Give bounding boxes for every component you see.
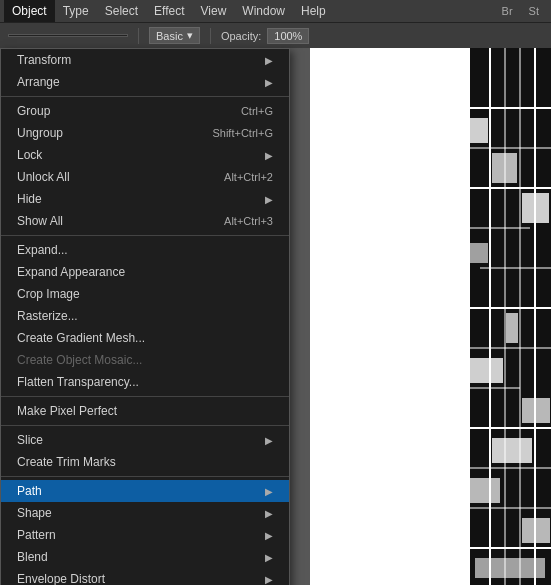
menu-item-hide[interactable]: Hide ▶ xyxy=(1,188,289,210)
divider-5 xyxy=(1,476,289,477)
arrow-icon: ▶ xyxy=(265,77,273,88)
svg-rect-20 xyxy=(470,243,488,263)
divider-2 xyxy=(1,235,289,236)
arrow-icon: ▶ xyxy=(265,574,273,585)
menu-item-expand-appearance[interactable]: Expand Appearance xyxy=(1,261,289,283)
svg-rect-24 xyxy=(492,438,532,463)
toolbar: Basic ▾ Opacity: 100% xyxy=(0,22,551,48)
svg-rect-26 xyxy=(522,518,550,543)
arrow-icon: ▶ xyxy=(265,486,273,497)
menu-item-unlock-all[interactable]: Unlock All Alt+Ctrl+2 xyxy=(1,166,289,188)
menu-item-path[interactable]: Path ▶ xyxy=(1,480,289,502)
menu-item-rasterize[interactable]: Rasterize... xyxy=(1,305,289,327)
divider-3 xyxy=(1,396,289,397)
stock-icon[interactable]: St xyxy=(521,0,547,22)
arrow-icon: ▶ xyxy=(265,55,273,66)
menu-item-blend[interactable]: Blend ▶ xyxy=(1,546,289,568)
menu-item-crop-image[interactable]: Crop Image xyxy=(1,283,289,305)
svg-rect-22 xyxy=(470,358,503,383)
menu-object[interactable]: Object xyxy=(4,0,55,22)
menu-item-envelope-distort[interactable]: Envelope Distort ▶ xyxy=(1,568,289,585)
dropdown-arrow-icon: ▾ xyxy=(187,29,193,42)
menu-item-lock[interactable]: Lock ▶ xyxy=(1,144,289,166)
svg-rect-17 xyxy=(470,118,488,143)
canvas-area xyxy=(290,48,551,585)
opacity-label: Opacity: xyxy=(221,30,261,42)
menu-effect[interactable]: Effect xyxy=(146,0,192,22)
menu-window[interactable]: Window xyxy=(234,0,293,22)
arrow-icon: ▶ xyxy=(265,552,273,563)
menu-item-slice[interactable]: Slice ▶ xyxy=(1,429,289,451)
menu-item-transform[interactable]: Transform ▶ xyxy=(1,49,289,71)
menu-item-group[interactable]: Group Ctrl+G xyxy=(1,100,289,122)
svg-rect-19 xyxy=(522,193,549,223)
opacity-dropdown[interactable]: 100% xyxy=(267,28,309,44)
bridge-icon[interactable]: Br xyxy=(494,0,521,22)
menu-bar: Object Type Select Effect View Window He… xyxy=(0,0,551,22)
divider-1 xyxy=(1,96,289,97)
menu-help[interactable]: Help xyxy=(293,0,334,22)
arrow-icon: ▶ xyxy=(265,508,273,519)
divider-4 xyxy=(1,425,289,426)
toolbar-separator-1 xyxy=(138,28,139,44)
menu-item-expand[interactable]: Expand... xyxy=(1,239,289,261)
menu-item-gradient-mesh[interactable]: Create Gradient Mesh... xyxy=(1,327,289,349)
menu-item-show-all[interactable]: Show All Alt+Ctrl+3 xyxy=(1,210,289,232)
basic-dropdown[interactable]: Basic ▾ xyxy=(149,27,200,44)
arrow-icon: ▶ xyxy=(265,530,273,541)
svg-rect-27 xyxy=(475,558,545,578)
arrow-icon: ▶ xyxy=(265,194,273,205)
stroke-preview xyxy=(8,34,128,37)
artwork-white xyxy=(310,48,470,585)
artwork-black xyxy=(470,48,551,585)
menu-item-ungroup[interactable]: Ungroup Shift+Ctrl+G xyxy=(1,122,289,144)
map-lines-svg xyxy=(470,48,551,585)
arrow-icon: ▶ xyxy=(265,435,273,446)
menu-item-flatten-transparency[interactable]: Flatten Transparency... xyxy=(1,371,289,393)
object-dropdown-menu: Transform ▶ Arrange ▶ Group Ctrl+G Ungro… xyxy=(0,48,290,585)
menu-item-shape[interactable]: Shape ▶ xyxy=(1,502,289,524)
toolbar-separator-2 xyxy=(210,28,211,44)
menu-item-make-pixel-perfect[interactable]: Make Pixel Perfect xyxy=(1,400,289,422)
svg-rect-18 xyxy=(492,153,517,183)
menu-item-object-mosaic: Create Object Mosaic... xyxy=(1,349,289,371)
menu-view[interactable]: View xyxy=(193,0,235,22)
menu-item-arrange[interactable]: Arrange ▶ xyxy=(1,71,289,93)
menu-item-create-trim-marks[interactable]: Create Trim Marks xyxy=(1,451,289,473)
arrow-icon: ▶ xyxy=(265,150,273,161)
svg-rect-23 xyxy=(522,398,550,423)
menu-type[interactable]: Type xyxy=(55,0,97,22)
svg-rect-25 xyxy=(470,478,500,503)
menu-select[interactable]: Select xyxy=(97,0,146,22)
main-area: Transform ▶ Arrange ▶ Group Ctrl+G Ungro… xyxy=(0,48,551,585)
svg-rect-21 xyxy=(506,313,518,343)
menu-item-pattern[interactable]: Pattern ▶ xyxy=(1,524,289,546)
